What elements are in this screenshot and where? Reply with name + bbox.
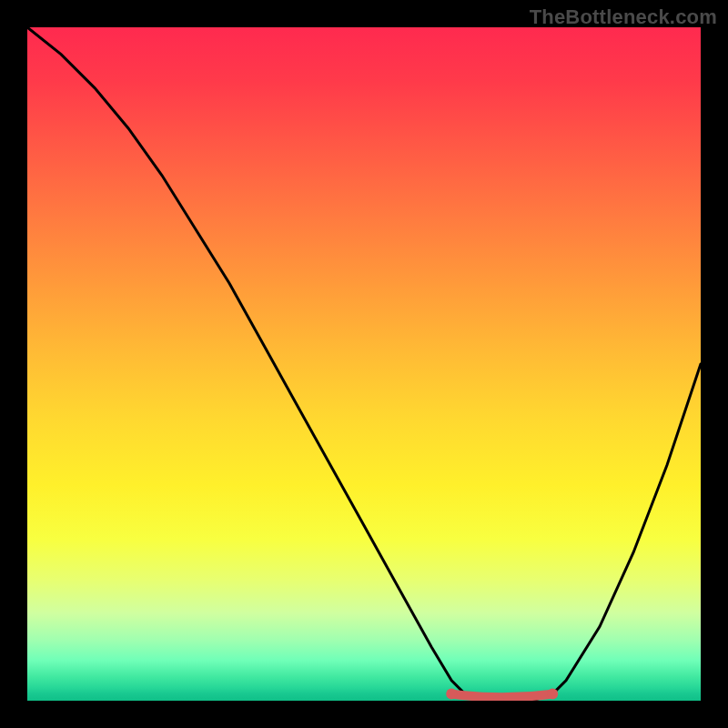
chart-container: TheBottleneck.com [0, 0, 728, 728]
watermark-text: TheBottleneck.com [530, 5, 717, 29]
plot-area [27, 27, 701, 701]
marker-flat-end [547, 689, 558, 700]
curve-layer [27, 27, 701, 701]
marker-flat-start [446, 689, 457, 700]
bottleneck-curve [27, 27, 701, 701]
